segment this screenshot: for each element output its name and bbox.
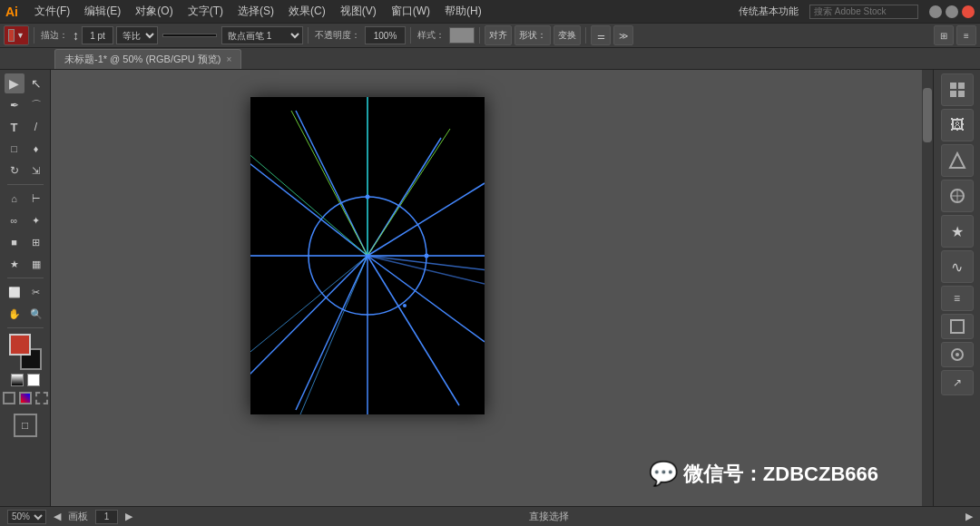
svg-rect-31: [950, 91, 956, 97]
stroke-label: 描边：: [39, 29, 70, 42]
stroke-scale-select[interactable]: 等比: [116, 26, 158, 44]
graph-tool[interactable]: ▦: [26, 254, 46, 274]
minimize-button[interactable]: [929, 5, 942, 18]
document-tab[interactable]: 未标题-1* @ 50% (RGB/GPU 预览) ×: [54, 49, 241, 69]
tab-close-button[interactable]: ×: [227, 54, 232, 64]
curvature-tool[interactable]: ⌒: [26, 95, 46, 115]
page-label: 画板: [68, 510, 88, 523]
opacity-label: 不透明度：: [313, 29, 362, 42]
watermark-text: 微信号：ZDBCZB666: [683, 461, 878, 488]
svg-marker-33: [950, 153, 965, 168]
shapes-button[interactable]: [941, 144, 974, 177]
blend-tool[interactable]: ∞: [5, 210, 24, 230]
brush-select[interactable]: 散点画笔 1: [221, 26, 303, 44]
close-button[interactable]: [962, 5, 975, 18]
tool-status-label: 直接选择: [529, 510, 569, 523]
line-tool[interactable]: /: [26, 117, 46, 137]
play-button[interactable]: ▶: [965, 511, 973, 522]
symbol-tool[interactable]: ★: [5, 254, 24, 274]
export-button[interactable]: ↗: [941, 370, 974, 395]
foreground-color-box[interactable]: [9, 334, 31, 356]
arrange-button[interactable]: ⚌: [591, 25, 611, 45]
direct-select-tool[interactable]: ↖: [26, 73, 46, 93]
transform-button[interactable]: 变换: [554, 25, 581, 45]
menu-edit[interactable]: 编辑(E): [79, 2, 126, 21]
stroke-arrow-up[interactable]: ↕: [73, 28, 79, 43]
type-tool[interactable]: T: [5, 117, 24, 137]
svg-point-27: [403, 304, 407, 307]
page-input[interactable]: [95, 510, 118, 524]
waves-button[interactable]: ∿: [941, 250, 974, 283]
artboard-tools: ⬜ ✂: [5, 282, 46, 302]
page-nav-prev[interactable]: ◀: [54, 511, 61, 522]
align-panel-button[interactable]: ≡: [941, 286, 974, 311]
search-box[interactable]: [809, 5, 918, 19]
assets-button[interactable]: 🖼: [941, 109, 974, 141]
artboard: [250, 97, 485, 414]
shape-button[interactable]: 形状：: [514, 25, 551, 45]
panel-toggle-button[interactable]: ⊞: [934, 25, 954, 45]
selection-tool[interactable]: ▶: [5, 73, 24, 93]
width-tool[interactable]: ⊢: [26, 189, 46, 209]
warp-tools: ⌂ ⊢: [5, 189, 46, 209]
svg-line-13: [250, 256, 368, 378]
shape-tools: □ ♦: [5, 139, 46, 159]
eyedropper-tool[interactable]: ✦: [26, 210, 46, 230]
shape-tool[interactable]: □: [5, 139, 24, 159]
menu-select[interactable]: 选择(S): [232, 2, 279, 21]
stars-button[interactable]: ★: [941, 215, 974, 248]
paintbrush-tool[interactable]: ♦: [26, 139, 46, 159]
warp-tool[interactable]: ⌂: [5, 189, 24, 209]
menu-window[interactable]: 窗口(W): [386, 2, 436, 21]
hand-tool[interactable]: ✋: [5, 304, 24, 324]
svg-line-12: [296, 256, 368, 410]
color-controls: [11, 374, 40, 386]
zoom-select[interactable]: 50%: [7, 510, 46, 524]
rotate-tool[interactable]: ↻: [5, 161, 24, 180]
maximize-button[interactable]: [946, 5, 958, 18]
page-nav-next[interactable]: ▶: [125, 511, 132, 522]
menu-view[interactable]: 视图(V): [335, 2, 382, 21]
menu-object[interactable]: 对象(O): [130, 2, 178, 21]
pattern-button[interactable]: [941, 180, 974, 212]
opacity-input[interactable]: [365, 26, 406, 44]
mesh-tool[interactable]: ⊞: [26, 232, 46, 252]
search-input[interactable]: [809, 5, 918, 19]
swap-colors-button[interactable]: [11, 374, 24, 386]
scale-tool[interactable]: ⇲: [26, 161, 46, 180]
fill-mode-gradient[interactable]: [19, 392, 32, 404]
stroke-color-button[interactable]: ▼: [4, 25, 29, 45]
stroke-width-input[interactable]: [82, 26, 113, 44]
more-button[interactable]: ≫: [613, 25, 633, 45]
options-button[interactable]: ≡: [956, 25, 976, 45]
status-bar: 50% ◀ 画板 ▶ 直接选择 ▶: [0, 506, 980, 526]
zoom-tool[interactable]: 🔍: [26, 304, 46, 324]
slice-tool[interactable]: ✂: [26, 282, 46, 302]
svg-line-18: [368, 129, 450, 256]
libraries-button[interactable]: [941, 73, 974, 106]
align-button[interactable]: 对齐: [485, 25, 512, 45]
artwork-svg: [250, 97, 485, 414]
fill-mode-none[interactable]: [35, 392, 48, 404]
canvas-area[interactable]: 💬 微信号：ZDBCZB666: [51, 70, 933, 506]
menu-text[interactable]: 文字(T): [182, 2, 229, 21]
menu-help[interactable]: 帮助(H): [439, 2, 487, 21]
settings-panel-button[interactable]: [941, 342, 974, 367]
default-colors-button[interactable]: [27, 374, 40, 386]
artboard-tool[interactable]: ⬜: [5, 282, 24, 302]
fill-mode-normal[interactable]: [3, 392, 15, 404]
pen-tool[interactable]: ✒: [5, 95, 24, 115]
transform-panel-button[interactable]: [941, 314, 974, 339]
gradient-tool[interactable]: ■: [5, 232, 24, 252]
toolbar-separator-4: [479, 27, 480, 44]
tool-separator-3: [7, 327, 44, 328]
tool-separator-1: [7, 184, 44, 185]
menu-file[interactable]: 文件(F): [29, 2, 75, 21]
scroll-thumb[interactable]: [923, 88, 932, 142]
menu-effect[interactable]: 效果(C): [283, 2, 331, 21]
svg-rect-32: [958, 91, 965, 97]
style-preview[interactable]: [449, 27, 475, 44]
vertical-scrollbar[interactable]: [922, 70, 933, 506]
draw-mode-button[interactable]: □: [14, 414, 37, 437]
svg-line-20: [250, 151, 368, 256]
